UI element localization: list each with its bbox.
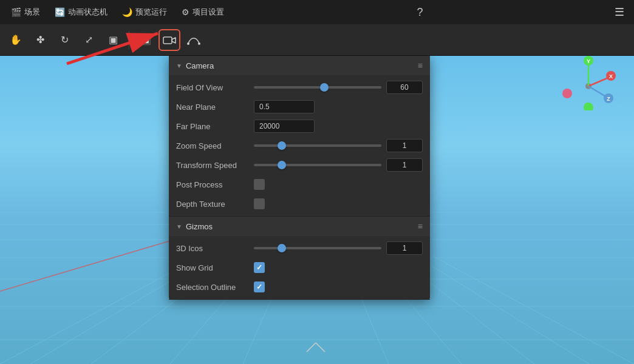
show-grid-control: ✓ bbox=[254, 262, 423, 273]
gizmos-section: ▼ Gizmos ≡ 3D Icos Show Grid bbox=[169, 217, 430, 300]
svg-line-29 bbox=[588, 77, 610, 86]
depth-texture-row: Depth Texture bbox=[169, 194, 430, 214]
field-of-view-slider-thumb[interactable] bbox=[320, 83, 329, 92]
post-process-checkbox[interactable] bbox=[254, 179, 265, 190]
near-plane-label: Near Plane bbox=[176, 103, 249, 112]
svg-point-24 bbox=[198, 42, 200, 45]
show-grid-row: Show Grid ✓ bbox=[169, 258, 430, 277]
3d-icos-slider-track[interactable] bbox=[254, 247, 381, 249]
3d-icos-row: 3D Icos bbox=[169, 238, 430, 258]
svg-line-19 bbox=[316, 343, 325, 352]
3d-icos-control bbox=[254, 241, 423, 255]
camera-chevron-icon: ▼ bbox=[176, 62, 182, 69]
depth-texture-checkbox[interactable] bbox=[254, 198, 265, 209]
svg-line-18 bbox=[307, 343, 316, 352]
zoom-speed-row: Zoom Speed bbox=[169, 136, 430, 155]
near-plane-control bbox=[254, 100, 423, 113]
3d-icos-input[interactable] bbox=[386, 241, 423, 255]
show-grid-checkmark: ✓ bbox=[256, 263, 262, 272]
gizmos-section-header[interactable]: ▼ Gizmos ≡ bbox=[169, 217, 430, 236]
project-icon: ⚙ bbox=[182, 7, 189, 17]
rect-tool-button[interactable]: ▣ bbox=[102, 29, 124, 51]
post-process-control bbox=[254, 179, 423, 190]
field-of-view-label: Field Of View bbox=[176, 83, 249, 92]
rotate-tool-button[interactable]: ↻ bbox=[53, 29, 75, 51]
show-grid-checkbox[interactable]: ✓ bbox=[254, 262, 265, 273]
selection-outline-checkbox[interactable]: ✓ bbox=[254, 281, 265, 292]
menu-project[interactable]: ⚙ 项目设置 bbox=[177, 4, 229, 20]
svg-text:Z: Z bbox=[607, 96, 610, 102]
zoom-speed-slider-track[interactable] bbox=[254, 144, 381, 147]
menu-scene[interactable]: 🎬 场景 bbox=[6, 4, 45, 20]
preview-icon: 🌙 bbox=[122, 7, 132, 17]
selection-outline-row: Selection Outline ✓ bbox=[169, 277, 430, 297]
gizmos-section-body: 3D Icos Show Grid ✓ Select bbox=[169, 236, 430, 299]
selection-outline-label: Selection Outline bbox=[176, 283, 249, 292]
near-plane-row: Near Plane bbox=[169, 97, 430, 116]
far-plane-label: Far Plane bbox=[176, 122, 249, 131]
svg-line-32 bbox=[588, 86, 607, 97]
depth-texture-control bbox=[254, 198, 423, 209]
gizmos-section-title-group: ▼ Gizmos bbox=[176, 222, 213, 231]
scene-icon: 🎬 bbox=[11, 7, 21, 17]
transform-speed-row: Transform Speed bbox=[169, 155, 430, 175]
field-of-view-input[interactable] bbox=[386, 81, 423, 94]
toolbar-separator bbox=[129, 31, 129, 49]
post-process-label: Post Process bbox=[176, 180, 249, 189]
far-plane-row: Far Plane bbox=[169, 116, 430, 136]
svg-text:X: X bbox=[609, 73, 613, 79]
zoom-speed-input[interactable] bbox=[386, 139, 423, 152]
zoom-speed-label: Zoom Speed bbox=[176, 141, 249, 150]
post-process-row: Post Process bbox=[169, 175, 430, 194]
toolbar: ✋ ✤ ↻ ⤢ ▣ 🔲 bbox=[0, 24, 634, 56]
near-plane-input[interactable] bbox=[254, 100, 315, 113]
far-plane-control bbox=[254, 120, 423, 133]
camera-tool-button[interactable] bbox=[158, 29, 180, 51]
curve-tool-button[interactable] bbox=[183, 29, 205, 51]
show-grid-label: Show Grid bbox=[176, 263, 249, 272]
transform-speed-slider-thumb[interactable] bbox=[278, 161, 286, 169]
camera-section: ▼ Camera ≡ Field Of View Near Plane bbox=[169, 56, 430, 217]
svg-point-23 bbox=[187, 42, 189, 45]
project-label: 项目设置 bbox=[193, 7, 224, 18]
gizmos-chevron-icon: ▼ bbox=[176, 223, 182, 230]
transform-speed-input[interactable] bbox=[386, 158, 423, 172]
field-of-view-row: Field Of View bbox=[169, 78, 430, 97]
move-tool-button[interactable]: ✤ bbox=[29, 29, 51, 51]
animation-icon: 🔄 bbox=[55, 7, 65, 17]
menu-animation[interactable]: 🔄 动画状态机 bbox=[50, 4, 112, 20]
animation-label: 动画状态机 bbox=[68, 7, 107, 18]
depth-texture-label: Depth Texture bbox=[176, 200, 249, 209]
settings-panel: ▼ Camera ≡ Field Of View Near Plane bbox=[169, 56, 430, 300]
scale-tool-button[interactable]: ⤢ bbox=[78, 29, 100, 51]
3d-icos-slider-thumb[interactable] bbox=[278, 244, 286, 252]
camera-section-title-group: ▼ Camera bbox=[176, 61, 214, 70]
transform-speed-slider-track[interactable] bbox=[254, 164, 381, 166]
transform-speed-control bbox=[254, 158, 423, 172]
zoom-speed-control bbox=[254, 139, 423, 152]
field-of-view-slider-track[interactable] bbox=[254, 86, 381, 89]
preview-label: 预览运行 bbox=[135, 7, 167, 18]
selection-outline-checkmark: ✓ bbox=[256, 283, 262, 291]
help-button[interactable]: ? bbox=[413, 6, 426, 19]
3d-icos-label: 3D Icos bbox=[176, 244, 249, 253]
object-tool-button[interactable]: 🔲 bbox=[134, 29, 156, 51]
gizmo-widget: Y X Z bbox=[561, 56, 616, 110]
transform-speed-label: Transform Speed bbox=[176, 161, 249, 170]
svg-point-36 bbox=[584, 103, 593, 110]
far-plane-input[interactable] bbox=[254, 120, 315, 133]
menubar: 🎬 场景 🔄 动画状态机 🌙 预览运行 ⚙ 项目设置 ? ☰ bbox=[0, 0, 634, 24]
menu-preview[interactable]: 🌙 预览运行 bbox=[117, 4, 172, 20]
hand-tool-button[interactable]: ✋ bbox=[5, 29, 27, 51]
camera-section-body: Field Of View Near Plane Far Plane bbox=[169, 75, 430, 216]
field-of-view-control bbox=[254, 81, 423, 94]
gizmos-section-menu-icon[interactable]: ≡ bbox=[418, 221, 423, 231]
camera-section-menu-icon[interactable]: ≡ bbox=[418, 61, 423, 70]
svg-rect-22 bbox=[163, 37, 172, 44]
svg-point-35 bbox=[562, 89, 572, 98]
scene-label: 场景 bbox=[24, 7, 40, 18]
menu-button[interactable]: ☰ bbox=[611, 5, 628, 19]
zoom-speed-slider-thumb[interactable] bbox=[278, 141, 286, 150]
selection-outline-control: ✓ bbox=[254, 281, 423, 292]
camera-section-header[interactable]: ▼ Camera ≡ bbox=[169, 56, 430, 75]
